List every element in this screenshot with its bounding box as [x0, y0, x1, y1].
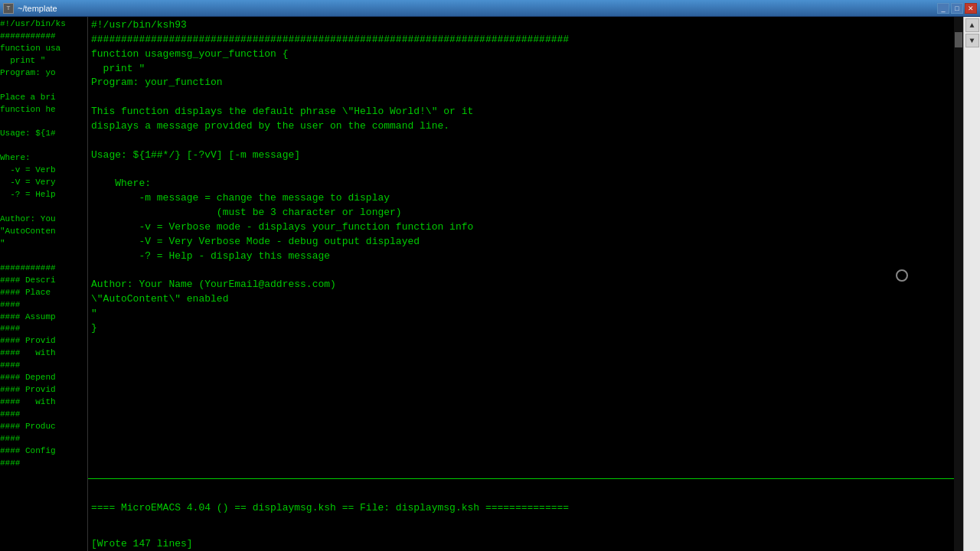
- close-button[interactable]: ✕: [965, 3, 977, 14]
- editor-container: #!/usr/bin/ksh93 #######################…: [88, 17, 954, 551]
- scrollbar[interactable]: [954, 17, 963, 551]
- editor-content[interactable]: #!/usr/bin/ksh93 #######################…: [88, 17, 954, 478]
- editor-text: #!/usr/bin/ksh93 #######################…: [88, 17, 954, 337]
- scrollbar-thumb[interactable]: [955, 32, 962, 47]
- window-controls: _ □ ✕: [937, 3, 977, 14]
- left-panel-text: #!/usr/bin/ks ########### function usa p…: [0, 18, 87, 470]
- minimize-button[interactable]: _: [937, 3, 949, 14]
- left-panel: #!/usr/bin/ks ########### function usa p…: [0, 17, 88, 551]
- main-container: #!/usr/bin/ks ########### function usa p…: [0, 17, 980, 551]
- browser-nav: ▲ ▼: [963, 17, 980, 551]
- status-line: ==== MicroEMACS 4.04 () == displaymsg.ks…: [91, 502, 951, 514]
- window-titlebar: T ~/template _ □ ✕: [0, 0, 980, 17]
- status-bar: ==== MicroEMACS 4.04 () == displaymsg.ks…: [88, 478, 954, 536]
- scroll-down-button[interactable]: ▼: [965, 34, 979, 47]
- message-line: [Wrote 147 lines]: [88, 536, 954, 551]
- scroll-up-button[interactable]: ▲: [965, 18, 979, 32]
- window-title: T ~/template: [3, 3, 57, 14]
- window-icon: T: [3, 3, 14, 14]
- maximize-button[interactable]: □: [951, 3, 963, 14]
- window-title-text: ~/template: [18, 4, 57, 13]
